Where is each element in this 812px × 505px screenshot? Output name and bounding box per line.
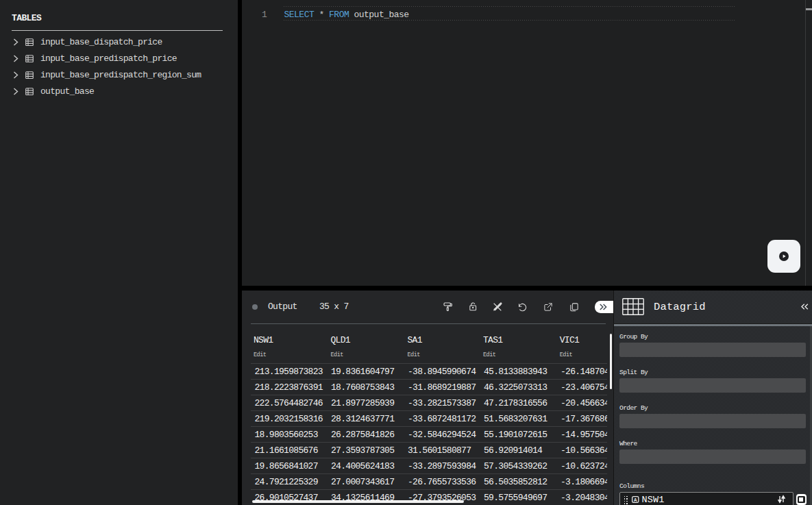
svg-text:A: A <box>634 497 637 502</box>
